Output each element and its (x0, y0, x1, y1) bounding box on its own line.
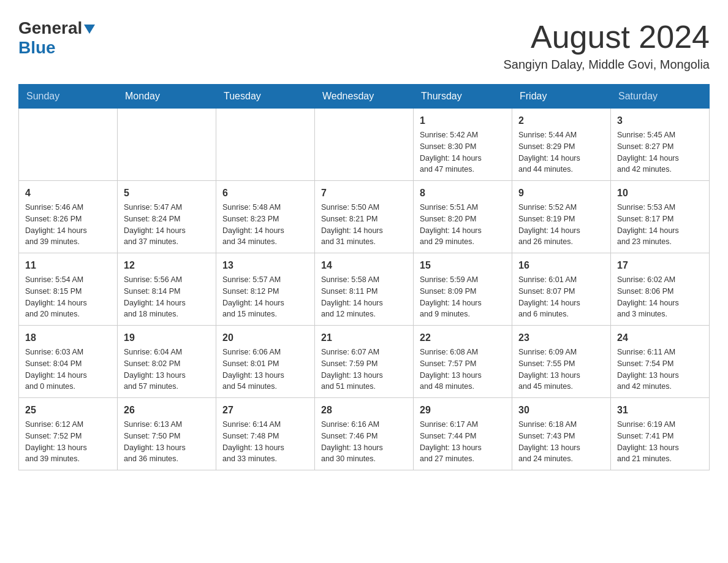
table-row: 3Sunrise: 5:45 AM Sunset: 8:27 PM Daylig… (611, 109, 710, 181)
day-info: Sunrise: 5:50 AM Sunset: 8:21 PM Dayligh… (321, 202, 407, 248)
day-info: Sunrise: 6:06 AM Sunset: 8:01 PM Dayligh… (222, 347, 308, 393)
day-info: Sunrise: 5:57 AM Sunset: 8:12 PM Dayligh… (222, 274, 308, 320)
day-number: 9 (518, 186, 604, 201)
table-row: 7Sunrise: 5:50 AM Sunset: 8:21 PM Daylig… (315, 181, 414, 253)
table-row: 15Sunrise: 5:59 AM Sunset: 8:09 PM Dayli… (414, 253, 512, 326)
table-row: 11Sunrise: 5:54 AM Sunset: 8:15 PM Dayli… (19, 253, 118, 326)
day-number: 23 (518, 331, 604, 345)
day-info: Sunrise: 5:48 AM Sunset: 8:23 PM Dayligh… (222, 202, 308, 248)
header-wednesday: Wednesday (315, 85, 414, 109)
day-info: Sunrise: 5:45 AM Sunset: 8:27 PM Dayligh… (617, 129, 703, 175)
table-row: 14Sunrise: 5:58 AM Sunset: 8:11 PM Dayli… (315, 253, 414, 326)
day-number: 28 (321, 403, 407, 418)
table-row (315, 109, 414, 181)
day-info: Sunrise: 6:11 AM Sunset: 7:54 PM Dayligh… (617, 347, 703, 393)
day-info: Sunrise: 6:17 AM Sunset: 7:44 PM Dayligh… (420, 419, 506, 465)
table-row: 27Sunrise: 6:14 AM Sunset: 7:48 PM Dayli… (216, 398, 315, 470)
table-row: 26Sunrise: 6:13 AM Sunset: 7:50 PM Dayli… (118, 398, 216, 470)
day-info: Sunrise: 6:18 AM Sunset: 7:43 PM Dayligh… (518, 419, 604, 465)
header-saturday: Saturday (611, 85, 710, 109)
day-info: Sunrise: 6:03 AM Sunset: 8:04 PM Dayligh… (25, 347, 111, 393)
day-info: Sunrise: 5:56 AM Sunset: 8:14 PM Dayligh… (124, 274, 210, 320)
day-number: 1 (420, 113, 506, 128)
table-row: 29Sunrise: 6:17 AM Sunset: 7:44 PM Dayli… (414, 398, 512, 470)
day-number: 10 (617, 186, 703, 201)
table-row: 19Sunrise: 6:04 AM Sunset: 8:02 PM Dayli… (118, 326, 216, 398)
day-number: 8 (420, 186, 506, 201)
logo-triangle-icon (84, 25, 95, 34)
header-monday: Monday (118, 85, 216, 109)
logo-blue-text: Blue (18, 38, 56, 57)
table-row: 1Sunrise: 5:42 AM Sunset: 8:30 PM Daylig… (414, 109, 512, 181)
day-number: 13 (222, 258, 308, 273)
table-row: 10Sunrise: 5:53 AM Sunset: 8:17 PM Dayli… (611, 181, 710, 253)
table-row: 21Sunrise: 6:07 AM Sunset: 7:59 PM Dayli… (315, 326, 414, 398)
day-info: Sunrise: 5:59 AM Sunset: 8:09 PM Dayligh… (420, 274, 506, 320)
day-number: 16 (518, 258, 604, 273)
table-row: 23Sunrise: 6:09 AM Sunset: 7:55 PM Dayli… (512, 326, 611, 398)
table-row: 13Sunrise: 5:57 AM Sunset: 8:12 PM Dayli… (216, 253, 315, 326)
day-info: Sunrise: 6:14 AM Sunset: 7:48 PM Dayligh… (222, 419, 308, 465)
table-row: 30Sunrise: 6:18 AM Sunset: 7:43 PM Dayli… (512, 398, 611, 470)
day-number: 11 (25, 258, 111, 273)
logo: General Blue (18, 18, 95, 58)
table-row: 8Sunrise: 5:51 AM Sunset: 8:20 PM Daylig… (414, 181, 512, 253)
day-number: 24 (617, 331, 703, 345)
header-sunday: Sunday (19, 85, 118, 109)
table-row: 20Sunrise: 6:06 AM Sunset: 8:01 PM Dayli… (216, 326, 315, 398)
day-info: Sunrise: 6:12 AM Sunset: 7:52 PM Dayligh… (25, 419, 111, 465)
day-info: Sunrise: 6:07 AM Sunset: 7:59 PM Dayligh… (321, 347, 407, 393)
day-info: Sunrise: 6:02 AM Sunset: 8:06 PM Dayligh… (617, 274, 703, 320)
day-number: 29 (420, 403, 506, 418)
day-number: 20 (222, 331, 308, 345)
table-row: 9Sunrise: 5:52 AM Sunset: 8:19 PM Daylig… (512, 181, 611, 253)
day-number: 7 (321, 186, 407, 201)
table-row: 24Sunrise: 6:11 AM Sunset: 7:54 PM Dayli… (611, 326, 710, 398)
day-info: Sunrise: 5:46 AM Sunset: 8:26 PM Dayligh… (25, 202, 111, 248)
day-number: 30 (518, 403, 604, 418)
day-number: 3 (617, 113, 703, 128)
day-info: Sunrise: 5:44 AM Sunset: 8:29 PM Dayligh… (518, 129, 604, 175)
day-number: 5 (124, 186, 210, 201)
day-number: 31 (617, 403, 703, 418)
day-info: Sunrise: 6:09 AM Sunset: 7:55 PM Dayligh… (518, 347, 604, 393)
header-tuesday: Tuesday (216, 85, 315, 109)
calendar-week-5: 25Sunrise: 6:12 AM Sunset: 7:52 PM Dayli… (19, 398, 710, 470)
day-info: Sunrise: 6:16 AM Sunset: 7:46 PM Dayligh… (321, 419, 407, 465)
day-number: 26 (124, 403, 210, 418)
table-row: 12Sunrise: 5:56 AM Sunset: 8:14 PM Dayli… (118, 253, 216, 326)
month-title: August 2024 (504, 18, 710, 55)
day-info: Sunrise: 6:04 AM Sunset: 8:02 PM Dayligh… (124, 347, 210, 393)
day-number: 21 (321, 331, 407, 345)
table-row (216, 109, 315, 181)
day-number: 15 (420, 258, 506, 273)
calendar-table: Sunday Monday Tuesday Wednesday Thursday… (18, 84, 710, 470)
day-number: 2 (518, 113, 604, 128)
table-row: 25Sunrise: 6:12 AM Sunset: 7:52 PM Dayli… (19, 398, 118, 470)
day-info: Sunrise: 5:53 AM Sunset: 8:17 PM Dayligh… (617, 202, 703, 248)
day-info: Sunrise: 5:52 AM Sunset: 8:19 PM Dayligh… (518, 202, 604, 248)
table-row: 5Sunrise: 5:47 AM Sunset: 8:24 PM Daylig… (118, 181, 216, 253)
day-info: Sunrise: 6:13 AM Sunset: 7:50 PM Dayligh… (124, 419, 210, 465)
day-info: Sunrise: 5:47 AM Sunset: 8:24 PM Dayligh… (124, 202, 210, 248)
day-info: Sunrise: 5:54 AM Sunset: 8:15 PM Dayligh… (25, 274, 111, 320)
day-info: Sunrise: 6:08 AM Sunset: 7:57 PM Dayligh… (420, 347, 506, 393)
day-number: 25 (25, 403, 111, 418)
day-info: Sunrise: 6:19 AM Sunset: 7:41 PM Dayligh… (617, 419, 703, 465)
header-thursday: Thursday (414, 85, 512, 109)
day-info: Sunrise: 5:58 AM Sunset: 8:11 PM Dayligh… (321, 274, 407, 320)
calendar-week-2: 4Sunrise: 5:46 AM Sunset: 8:26 PM Daylig… (19, 181, 710, 253)
table-row: 28Sunrise: 6:16 AM Sunset: 7:46 PM Dayli… (315, 398, 414, 470)
table-row: 4Sunrise: 5:46 AM Sunset: 8:26 PM Daylig… (19, 181, 118, 253)
location-title: Sangiyn Dalay, Middle Govi, Mongolia (504, 58, 710, 72)
table-row: 22Sunrise: 6:08 AM Sunset: 7:57 PM Dayli… (414, 326, 512, 398)
day-number: 18 (25, 331, 111, 345)
day-number: 4 (25, 186, 111, 201)
table-row (19, 109, 118, 181)
logo-general-text: General (18, 18, 82, 38)
day-number: 27 (222, 403, 308, 418)
table-row: 18Sunrise: 6:03 AM Sunset: 8:04 PM Dayli… (19, 326, 118, 398)
table-row: 6Sunrise: 5:48 AM Sunset: 8:23 PM Daylig… (216, 181, 315, 253)
day-number: 14 (321, 258, 407, 273)
table-row (118, 109, 216, 181)
